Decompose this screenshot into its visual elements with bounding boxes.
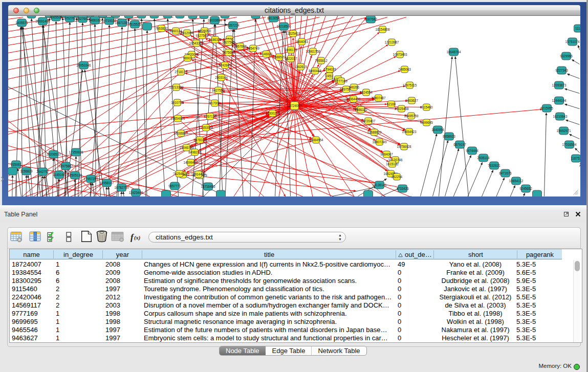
svg-text:2803144: 2803144: [215, 76, 228, 79]
svg-text:62160: 62160: [387, 102, 396, 106]
svg-text:6879197: 6879197: [453, 143, 466, 146]
svg-text:1065526: 1065526: [50, 16, 62, 19]
svg-text:10688609: 10688609: [367, 130, 382, 134]
svg-text:8958923: 8958923: [443, 135, 455, 138]
svg-text:14099489: 14099489: [183, 161, 198, 164]
svg-text:9474444: 9474444: [466, 149, 478, 152]
svg-text:8678334: 8678334: [193, 138, 206, 142]
svg-text:19384554: 19384554: [309, 138, 323, 142]
svg-text:1696175: 1696175: [285, 48, 297, 52]
svg-text:746266: 746266: [349, 85, 360, 89]
svg-text:5875685: 5875685: [222, 51, 235, 54]
svg-text:1052767: 1052767: [63, 16, 76, 20]
svg-text:7955812: 7955812: [315, 59, 328, 62]
svg-text:1156829: 1156829: [20, 169, 33, 173]
svg-text:19166827: 19166827: [173, 132, 188, 135]
svg-text:9327503: 9327503: [195, 34, 208, 37]
svg-text:1010755: 1010755: [171, 101, 184, 104]
svg-text:917004: 917004: [209, 101, 221, 105]
svg-text:10654112: 10654112: [509, 179, 524, 183]
svg-text:12213389: 12213389: [169, 85, 184, 89]
svg-text:116753: 116753: [571, 157, 580, 160]
svg-text:16210643: 16210643: [553, 115, 568, 118]
svg-text:13325419: 13325419: [286, 32, 300, 35]
svg-text:16033809: 16033809: [207, 18, 222, 22]
svg-text:1362615: 1362615: [294, 65, 307, 69]
svg-text:15300275: 15300275: [265, 112, 280, 115]
svg-text:8498222: 8498222: [188, 150, 201, 154]
svg-text:9327505: 9327505: [222, 40, 235, 44]
svg-text:18724007: 18724007: [287, 104, 302, 107]
svg-text:10958107: 10958107: [99, 181, 114, 185]
svg-text:8813054: 8813054: [267, 16, 280, 20]
svg-text:15692971: 15692971: [556, 129, 571, 133]
svg-text:2867608: 2867608: [234, 45, 247, 48]
svg-text:7357224: 7357224: [227, 24, 239, 27]
svg-text:10961758: 10961758: [306, 50, 320, 53]
svg-text:9115460: 9115460: [420, 105, 433, 109]
svg-text:9329966: 9329966: [560, 54, 573, 58]
svg-text:1145194: 1145194: [53, 173, 66, 177]
svg-text:3824554: 3824554: [360, 91, 373, 94]
svg-text:252254: 252254: [391, 175, 403, 179]
svg-text:8990448: 8990448: [309, 69, 321, 73]
svg-text:9245652: 9245652: [519, 187, 532, 190]
svg-text:8267130: 8267130: [204, 115, 216, 118]
svg-text:12353594: 12353594: [199, 126, 213, 129]
svg-text:8215955: 8215955: [540, 106, 553, 110]
svg-text:5822037: 5822037: [285, 57, 297, 60]
svg-text:15751074: 15751074: [565, 40, 580, 43]
svg-text:1405571: 1405571: [15, 21, 28, 25]
svg-text:12444194: 12444194: [552, 99, 567, 102]
svg-text:8471676: 8471676: [499, 171, 512, 175]
svg-text:14136141: 14136141: [372, 183, 387, 187]
svg-text:9699695: 9699695: [420, 121, 433, 124]
svg-text:19218506: 19218506: [276, 25, 291, 28]
svg-text:19654923: 19654923: [170, 117, 185, 120]
svg-text:16914479: 16914479: [191, 172, 206, 176]
svg-text:19654923: 19654923: [402, 130, 417, 134]
svg-text:93975887: 93975887: [58, 164, 73, 168]
svg-text:16543382: 16543382: [189, 41, 204, 45]
svg-text:17957255: 17957255: [83, 177, 98, 181]
svg-text:1864093: 1864093: [295, 40, 308, 43]
svg-text:18807249: 18807249: [372, 140, 387, 144]
svg-text:15720407: 15720407: [361, 119, 376, 123]
svg-text:6466160: 6466160: [89, 18, 101, 22]
svg-text:12505135: 12505135: [68, 173, 82, 177]
svg-text:1615132: 1615132: [386, 162, 399, 166]
svg-text:8912954: 8912954: [181, 31, 193, 35]
svg-text:18495759: 18495759: [404, 114, 419, 118]
svg-text:9657771: 9657771: [168, 184, 181, 188]
svg-text:7515526: 7515526: [128, 23, 141, 26]
svg-text:1640954: 1640954: [431, 128, 444, 132]
svg-text:10807487: 10807487: [371, 96, 386, 100]
svg-text:98901: 98901: [183, 56, 192, 60]
svg-text:17016504: 17016504: [562, 143, 577, 146]
svg-text:19046755: 19046755: [179, 146, 194, 149]
svg-text:7485063: 7485063: [398, 68, 411, 71]
svg-text:7663822: 7663822: [155, 27, 168, 30]
svg-text:1112: 1112: [575, 27, 580, 30]
svg-text:8427552: 8427552: [212, 89, 225, 92]
svg-text:10025458: 10025458: [394, 107, 409, 111]
svg-text:16782759: 16782759: [114, 186, 129, 189]
svg-text:(x): (x): [134, 235, 140, 241]
svg-text:16648784: 16648784: [446, 50, 461, 54]
svg-text:2718176: 2718176: [175, 70, 187, 74]
svg-text:9463627: 9463627: [405, 99, 418, 102]
svg-text:1588520: 1588520: [273, 55, 286, 59]
svg-text:11923448: 11923448: [129, 191, 143, 194]
svg-text:6794028: 6794028: [323, 68, 336, 71]
svg-text:8454749: 8454749: [247, 47, 259, 50]
svg-text:7625402: 7625402: [173, 172, 186, 176]
svg-text:2935114: 2935114: [477, 156, 490, 160]
svg-text:20053346: 20053346: [76, 63, 91, 67]
svg-text:20364436: 20364436: [346, 97, 361, 101]
svg-text:9777169: 9777169: [335, 79, 347, 83]
svg-text:9227343: 9227343: [555, 69, 568, 72]
svg-text:16154808: 16154808: [375, 28, 390, 31]
svg-text:15716485: 15716485: [201, 185, 215, 188]
svg-text:8186328: 8186328: [209, 38, 222, 41]
svg-text:9146821: 9146821: [260, 52, 273, 56]
